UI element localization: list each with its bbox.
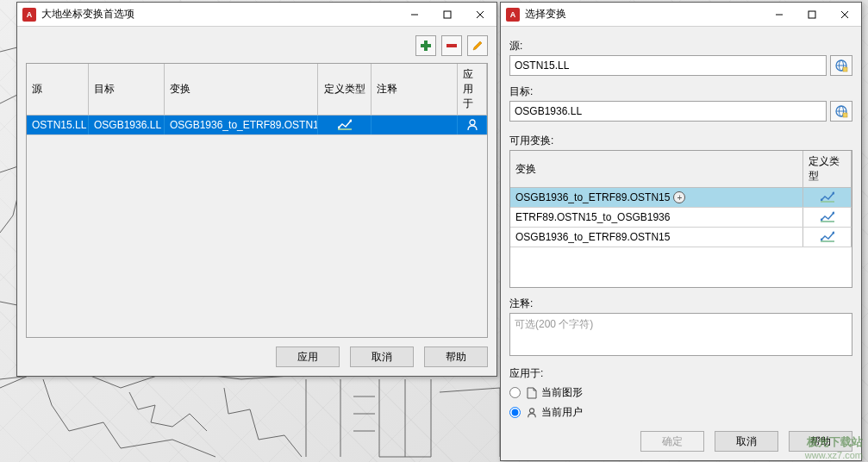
- col-source[interactable]: 源: [27, 64, 89, 115]
- cell-def-type: [318, 116, 372, 134]
- document-icon: [526, 387, 538, 399]
- close-button[interactable]: [828, 3, 861, 27]
- svg-rect-1: [444, 11, 451, 18]
- table-header: 源 目标 变换 定义类型 注释 应用于: [27, 64, 487, 116]
- radio-current-drawing[interactable]: 当前图形: [509, 385, 852, 400]
- cell-transform: ETRF89.OSTN15_to_OSGB1936: [510, 208, 803, 227]
- col-transform[interactable]: 变换: [510, 151, 803, 187]
- app-icon: A: [506, 8, 520, 22]
- table-row[interactable]: OSTN15.LL OSGB1936.LL OSGB1936_to_ETRF89…: [27, 116, 487, 135]
- svg-rect-6: [446, 44, 457, 47]
- col-target[interactable]: 目标: [89, 64, 165, 115]
- svg-rect-22: [843, 113, 847, 117]
- svg-rect-9: [338, 128, 352, 130]
- radio-current-drawing-input[interactable]: [509, 387, 521, 398]
- titlebar: A 大地坐标变换首选项: [17, 3, 496, 27]
- note-label: 注释:: [509, 297, 852, 311]
- minimize-button[interactable]: [398, 3, 431, 27]
- app-icon: A: [22, 8, 36, 22]
- transforms-table: 源 目标 变换 定义类型 注释 应用于 OSTN15.LL OSGB1936.L…: [26, 63, 488, 338]
- plus-icon: [420, 40, 432, 52]
- radio-label: 当前图形: [541, 385, 583, 400]
- cell-apply-to: [458, 116, 487, 134]
- definition-type-icon: [821, 231, 834, 243]
- col-transform[interactable]: 变换: [165, 64, 318, 115]
- minimize-button[interactable]: [763, 3, 796, 27]
- maximize-button[interactable]: [431, 3, 464, 27]
- expand-icon[interactable]: +: [673, 191, 685, 203]
- dialog-select-transform: A 选择变换 源: 目标: 可用变换: 变换 定义类型: [500, 2, 862, 461]
- user-icon: [526, 407, 538, 419]
- minus-icon: [446, 40, 458, 52]
- cell-note: [372, 116, 458, 134]
- available-transforms-table: 变换 定义类型 OSGB1936_to_ETRF89.OSTN15 + ETRF…: [509, 150, 852, 288]
- svg-point-32: [529, 408, 534, 412]
- window-title: 大地坐标变换首选项: [41, 7, 398, 22]
- source-label: 源:: [509, 39, 852, 53]
- table-row[interactable]: ETRF89.OSTN15_to_OSGB1936: [510, 208, 852, 228]
- col-def-type[interactable]: 定义类型: [803, 151, 852, 187]
- maximize-button[interactable]: [796, 3, 828, 27]
- table-header: 变换 定义类型: [510, 151, 852, 188]
- svg-point-10: [470, 120, 475, 125]
- apply-to-label: 应用于:: [509, 366, 852, 381]
- cell-target: OSGB1936.LL: [89, 116, 165, 134]
- ok-button[interactable]: 确定: [640, 431, 704, 452]
- source-browse-button[interactable]: [830, 55, 852, 76]
- target-browse-button[interactable]: [830, 101, 852, 122]
- definition-type-icon: [821, 211, 834, 223]
- pencil-icon: [471, 40, 484, 52]
- cell-transform: OSGB1936_to_ETRF89.OSTN15: [165, 116, 318, 134]
- dialog-buttons: 应用 取消 帮助: [26, 346, 488, 367]
- window-title: 选择变换: [525, 7, 763, 22]
- col-note[interactable]: 注释: [372, 64, 458, 115]
- target-input[interactable]: [509, 101, 827, 122]
- target-label: 目标:: [509, 84, 852, 99]
- globe-icon: [834, 59, 848, 72]
- col-def-type[interactable]: 定义类型: [318, 64, 372, 115]
- source-input[interactable]: [509, 55, 827, 76]
- user-icon: [466, 119, 478, 131]
- radio-current-user[interactable]: 当前用户: [509, 405, 852, 420]
- available-label: 可用变换:: [509, 134, 852, 148]
- globe-icon: [834, 104, 848, 118]
- radio-current-user-input[interactable]: [509, 407, 521, 418]
- cell-transform: OSGB1936_to_ETRF89.OSTN15 +: [510, 188, 803, 207]
- titlebar: A 选择变换: [501, 3, 861, 27]
- col-apply-to[interactable]: 应用于: [458, 64, 487, 115]
- apply-button[interactable]: 应用: [276, 346, 340, 367]
- svg-rect-5: [421, 44, 431, 47]
- note-textarea[interactable]: [509, 313, 852, 356]
- table-row[interactable]: OSGB1936_to_ETRF89.OSTN15 +: [510, 188, 852, 208]
- help-button[interactable]: 帮助: [424, 346, 488, 367]
- cancel-button[interactable]: 取消: [715, 431, 778, 452]
- svg-rect-25: [821, 201, 834, 203]
- svg-rect-18: [843, 67, 847, 72]
- cell-transform: OSGB1936_to_ETRF89.OSTN15: [510, 228, 803, 247]
- cell-source: OSTN15.LL: [27, 116, 89, 134]
- cell-def-type: [803, 228, 852, 247]
- table-row[interactable]: OSGB1936_to_ETRF89.OSTN15: [510, 228, 852, 247]
- radio-label: 当前用户: [541, 405, 583, 420]
- cell-def-type: [803, 208, 852, 227]
- definition-type-icon: [338, 119, 352, 131]
- svg-rect-12: [809, 11, 815, 18]
- cell-def-type: [803, 188, 852, 207]
- add-button[interactable]: [415, 35, 436, 56]
- edit-button[interactable]: [467, 35, 488, 56]
- svg-rect-31: [821, 240, 834, 242]
- definition-type-icon: [821, 191, 834, 203]
- cancel-button[interactable]: 取消: [350, 346, 414, 367]
- help-button[interactable]: 帮助: [789, 431, 852, 452]
- toolbar: [26, 35, 488, 56]
- dialog-buttons: 确定 取消 帮助: [509, 431, 852, 452]
- remove-button[interactable]: [441, 35, 462, 56]
- close-button[interactable]: [464, 3, 496, 27]
- svg-rect-28: [821, 221, 834, 222]
- dialog-geodetic-transform-prefs: A 大地坐标变换首选项 源 目标 变换 定义类型 注释: [16, 2, 497, 377]
